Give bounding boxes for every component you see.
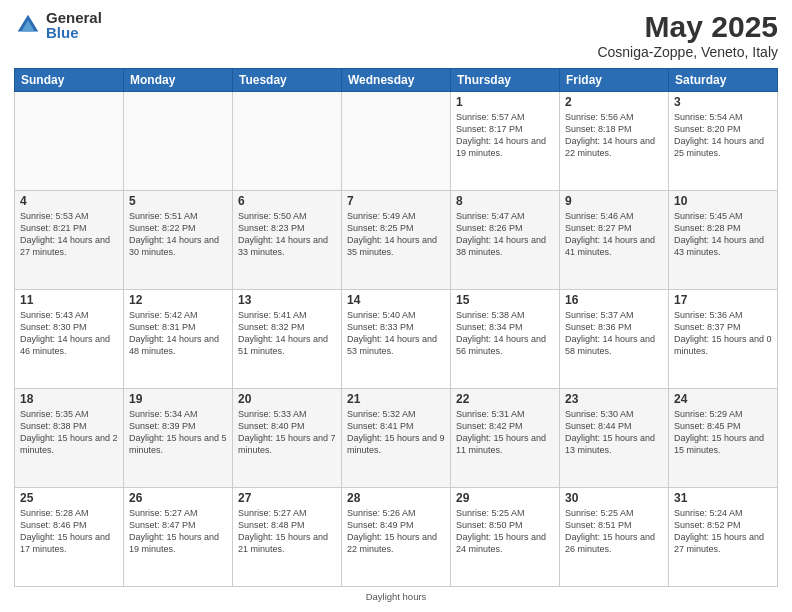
cell-date: 15 [456, 293, 554, 307]
calendar-week-4: 18Sunrise: 5:35 AM Sunset: 8:38 PM Dayli… [15, 389, 778, 488]
cell-date: 23 [565, 392, 663, 406]
cell-info: Sunrise: 5:27 AM Sunset: 8:48 PM Dayligh… [238, 507, 336, 556]
logo-general: General [46, 10, 102, 25]
calendar-cell-34: 31Sunrise: 5:24 AM Sunset: 8:52 PM Dayli… [669, 488, 778, 587]
calendar-week-1: 1Sunrise: 5:57 AM Sunset: 8:17 PM Daylig… [15, 92, 778, 191]
cell-date: 19 [129, 392, 227, 406]
cell-date: 29 [456, 491, 554, 505]
cell-date: 31 [674, 491, 772, 505]
calendar-header-row: SundayMondayTuesdayWednesdayThursdayFrid… [15, 69, 778, 92]
day-header-sunday: Sunday [15, 69, 124, 92]
cell-info: Sunrise: 5:54 AM Sunset: 8:20 PM Dayligh… [674, 111, 772, 160]
cell-info: Sunrise: 5:45 AM Sunset: 8:28 PM Dayligh… [674, 210, 772, 259]
day-header-saturday: Saturday [669, 69, 778, 92]
cell-info: Sunrise: 5:35 AM Sunset: 8:38 PM Dayligh… [20, 408, 118, 457]
cell-info: Sunrise: 5:31 AM Sunset: 8:42 PM Dayligh… [456, 408, 554, 457]
logo-icon [14, 11, 42, 39]
page: General Blue May 2025 Cosniga-Zoppe, Ven… [0, 0, 792, 612]
calendar-cell-27: 24Sunrise: 5:29 AM Sunset: 8:45 PM Dayli… [669, 389, 778, 488]
calendar-week-5: 25Sunrise: 5:28 AM Sunset: 8:46 PM Dayli… [15, 488, 778, 587]
cell-date: 9 [565, 194, 663, 208]
cell-info: Sunrise: 5:28 AM Sunset: 8:46 PM Dayligh… [20, 507, 118, 556]
cell-info: Sunrise: 5:51 AM Sunset: 8:22 PM Dayligh… [129, 210, 227, 259]
cell-date: 6 [238, 194, 336, 208]
cell-info: Sunrise: 5:34 AM Sunset: 8:39 PM Dayligh… [129, 408, 227, 457]
calendar-cell-9: 6Sunrise: 5:50 AM Sunset: 8:23 PM Daylig… [233, 191, 342, 290]
cell-date: 22 [456, 392, 554, 406]
calendar-cell-23: 20Sunrise: 5:33 AM Sunset: 8:40 PM Dayli… [233, 389, 342, 488]
calendar-cell-13: 10Sunrise: 5:45 AM Sunset: 8:28 PM Dayli… [669, 191, 778, 290]
logo-blue: Blue [46, 25, 102, 40]
cell-date: 21 [347, 392, 445, 406]
footer: Daylight hours [14, 591, 778, 602]
day-header-thursday: Thursday [451, 69, 560, 92]
cell-info: Sunrise: 5:46 AM Sunset: 8:27 PM Dayligh… [565, 210, 663, 259]
cell-info: Sunrise: 5:50 AM Sunset: 8:23 PM Dayligh… [238, 210, 336, 259]
calendar-cell-20: 17Sunrise: 5:36 AM Sunset: 8:37 PM Dayli… [669, 290, 778, 389]
cell-date: 30 [565, 491, 663, 505]
calendar-cell-12: 9Sunrise: 5:46 AM Sunset: 8:27 PM Daylig… [560, 191, 669, 290]
cell-info: Sunrise: 5:32 AM Sunset: 8:41 PM Dayligh… [347, 408, 445, 457]
cell-info: Sunrise: 5:27 AM Sunset: 8:47 PM Dayligh… [129, 507, 227, 556]
calendar-cell-2 [233, 92, 342, 191]
calendar-cell-30: 27Sunrise: 5:27 AM Sunset: 8:48 PM Dayli… [233, 488, 342, 587]
calendar-cell-18: 15Sunrise: 5:38 AM Sunset: 8:34 PM Dayli… [451, 290, 560, 389]
calendar-cell-29: 26Sunrise: 5:27 AM Sunset: 8:47 PM Dayli… [124, 488, 233, 587]
calendar-cell-32: 29Sunrise: 5:25 AM Sunset: 8:50 PM Dayli… [451, 488, 560, 587]
cell-info: Sunrise: 5:40 AM Sunset: 8:33 PM Dayligh… [347, 309, 445, 358]
cell-info: Sunrise: 5:38 AM Sunset: 8:34 PM Dayligh… [456, 309, 554, 358]
title-block: May 2025 Cosniga-Zoppe, Veneto, Italy [597, 10, 778, 60]
calendar-cell-11: 8Sunrise: 5:47 AM Sunset: 8:26 PM Daylig… [451, 191, 560, 290]
calendar-cell-33: 30Sunrise: 5:25 AM Sunset: 8:51 PM Dayli… [560, 488, 669, 587]
cell-info: Sunrise: 5:26 AM Sunset: 8:49 PM Dayligh… [347, 507, 445, 556]
cell-date: 4 [20, 194, 118, 208]
cell-info: Sunrise: 5:33 AM Sunset: 8:40 PM Dayligh… [238, 408, 336, 457]
calendar-cell-6: 3Sunrise: 5:54 AM Sunset: 8:20 PM Daylig… [669, 92, 778, 191]
cell-date: 10 [674, 194, 772, 208]
calendar-cell-28: 25Sunrise: 5:28 AM Sunset: 8:46 PM Dayli… [15, 488, 124, 587]
cell-info: Sunrise: 5:56 AM Sunset: 8:18 PM Dayligh… [565, 111, 663, 160]
cell-date: 14 [347, 293, 445, 307]
calendar-week-2: 4Sunrise: 5:53 AM Sunset: 8:21 PM Daylig… [15, 191, 778, 290]
cell-date: 3 [674, 95, 772, 109]
calendar-cell-10: 7Sunrise: 5:49 AM Sunset: 8:25 PM Daylig… [342, 191, 451, 290]
cell-date: 24 [674, 392, 772, 406]
cell-date: 2 [565, 95, 663, 109]
cell-info: Sunrise: 5:37 AM Sunset: 8:36 PM Dayligh… [565, 309, 663, 358]
calendar-cell-4: 1Sunrise: 5:57 AM Sunset: 8:17 PM Daylig… [451, 92, 560, 191]
cell-date: 1 [456, 95, 554, 109]
cell-date: 25 [20, 491, 118, 505]
cell-info: Sunrise: 5:57 AM Sunset: 8:17 PM Dayligh… [456, 111, 554, 160]
subtitle: Cosniga-Zoppe, Veneto, Italy [597, 44, 778, 60]
calendar-cell-14: 11Sunrise: 5:43 AM Sunset: 8:30 PM Dayli… [15, 290, 124, 389]
calendar-cell-19: 16Sunrise: 5:37 AM Sunset: 8:36 PM Dayli… [560, 290, 669, 389]
calendar-cell-25: 22Sunrise: 5:31 AM Sunset: 8:42 PM Dayli… [451, 389, 560, 488]
calendar-week-3: 11Sunrise: 5:43 AM Sunset: 8:30 PM Dayli… [15, 290, 778, 389]
calendar-cell-1 [124, 92, 233, 191]
calendar-table: SundayMondayTuesdayWednesdayThursdayFrid… [14, 68, 778, 587]
cell-date: 26 [129, 491, 227, 505]
calendar-cell-0 [15, 92, 124, 191]
cell-date: 13 [238, 293, 336, 307]
calendar-cell-5: 2Sunrise: 5:56 AM Sunset: 8:18 PM Daylig… [560, 92, 669, 191]
cell-info: Sunrise: 5:47 AM Sunset: 8:26 PM Dayligh… [456, 210, 554, 259]
calendar-cell-31: 28Sunrise: 5:26 AM Sunset: 8:49 PM Dayli… [342, 488, 451, 587]
calendar-cell-3 [342, 92, 451, 191]
footer-text: Daylight hours [366, 591, 427, 602]
logo: General Blue [14, 10, 102, 40]
cell-info: Sunrise: 5:53 AM Sunset: 8:21 PM Dayligh… [20, 210, 118, 259]
cell-date: 7 [347, 194, 445, 208]
cell-info: Sunrise: 5:36 AM Sunset: 8:37 PM Dayligh… [674, 309, 772, 358]
cell-info: Sunrise: 5:25 AM Sunset: 8:50 PM Dayligh… [456, 507, 554, 556]
calendar-cell-7: 4Sunrise: 5:53 AM Sunset: 8:21 PM Daylig… [15, 191, 124, 290]
calendar-cell-16: 13Sunrise: 5:41 AM Sunset: 8:32 PM Dayli… [233, 290, 342, 389]
cell-date: 17 [674, 293, 772, 307]
cell-date: 27 [238, 491, 336, 505]
cell-date: 18 [20, 392, 118, 406]
calendar-cell-22: 19Sunrise: 5:34 AM Sunset: 8:39 PM Dayli… [124, 389, 233, 488]
cell-date: 16 [565, 293, 663, 307]
cell-date: 11 [20, 293, 118, 307]
day-header-friday: Friday [560, 69, 669, 92]
logo-text: General Blue [46, 10, 102, 40]
calendar-cell-24: 21Sunrise: 5:32 AM Sunset: 8:41 PM Dayli… [342, 389, 451, 488]
